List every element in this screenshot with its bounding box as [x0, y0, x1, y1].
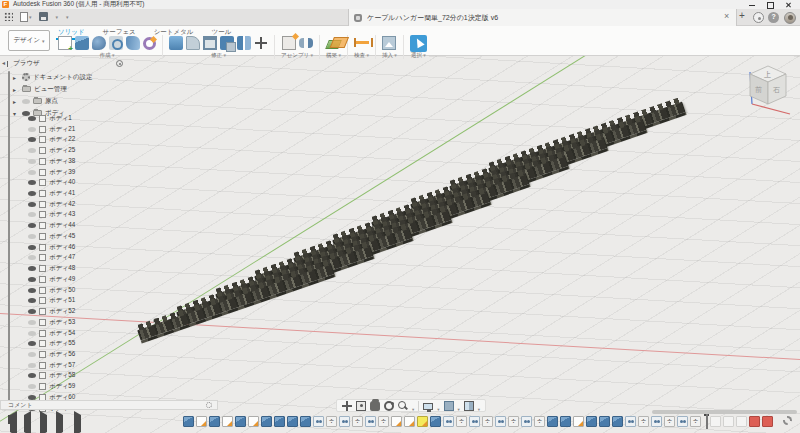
- design-workspace-menu[interactable]: デザイン: [8, 30, 50, 51]
- undo-button[interactable]: [55, 11, 59, 22]
- timeline-feature-icon[interactable]: [339, 416, 350, 427]
- press-pull-button[interactable]: [169, 36, 183, 50]
- construct-group-label[interactable]: 構築: [326, 52, 341, 59]
- coil-button[interactable]: [143, 37, 156, 50]
- new-component-button[interactable]: [282, 36, 296, 50]
- timeline-feature-icon[interactable]: [690, 416, 701, 427]
- shell-button[interactable]: [203, 36, 217, 50]
- visibility-eye-icon[interactable]: [28, 212, 36, 217]
- tree-item-document-settings[interactable]: ドキュメントの設定: [13, 71, 93, 83]
- visibility-eye-icon[interactable]: [28, 309, 36, 314]
- visibility-eye-icon[interactable]: [28, 234, 36, 239]
- browser-body-row[interactable]: ボディ57: [28, 360, 75, 371]
- combine-button[interactable]: [220, 36, 234, 50]
- visibility-eye-icon[interactable]: [28, 170, 36, 175]
- timeline-settings-gear-icon[interactable]: [783, 416, 792, 425]
- browser-body-row[interactable]: ボディ21: [28, 124, 75, 135]
- timeline-feature-icon[interactable]: [209, 416, 220, 427]
- create-sketch-button[interactable]: [58, 36, 72, 50]
- visibility-eye-icon[interactable]: [28, 127, 36, 132]
- browser-body-row[interactable]: ボディ54: [28, 328, 75, 339]
- select-tool-button[interactable]: [410, 35, 427, 52]
- timeline-feature-icon[interactable]: [495, 416, 506, 427]
- browser-body-row[interactable]: ボディ39: [28, 167, 75, 178]
- timeline-feature-icon[interactable]: [547, 416, 558, 427]
- timeline-feature-icon[interactable]: [482, 416, 493, 427]
- browser-body-row[interactable]: ボディ46: [28, 242, 75, 253]
- construction-plane-button[interactable]: [325, 40, 342, 49]
- visibility-eye-icon[interactable]: [28, 384, 36, 389]
- browser-body-row[interactable]: ボディ53: [28, 317, 75, 328]
- assemble-group-label[interactable]: アセンブリ: [281, 52, 313, 59]
- visibility-eye-icon[interactable]: [28, 363, 36, 368]
- step-forward-button[interactable]: [56, 415, 65, 424]
- visibility-eye-icon[interactable]: [28, 266, 36, 271]
- timeline-feature-icon[interactable]: [612, 416, 623, 427]
- fillet-button[interactable]: [186, 36, 200, 50]
- inspect-group-label[interactable]: 検査: [354, 52, 369, 59]
- visibility-eye-icon[interactable]: [28, 288, 36, 293]
- browser-body-row[interactable]: ボディ25: [28, 145, 75, 156]
- visibility-eye-icon[interactable]: [28, 191, 36, 196]
- move-copy-button[interactable]: [254, 36, 268, 50]
- timeline-feature-icon[interactable]: [599, 416, 610, 427]
- visibility-eye-icon[interactable]: [28, 223, 36, 228]
- visibility-eye-icon[interactable]: [28, 245, 36, 250]
- document-tab[interactable]: ケーブルハンガー簡単_72分の1決定版 v6: [348, 9, 737, 26]
- browser-body-row[interactable]: ボディ49: [28, 274, 75, 285]
- file-menu-button[interactable]: [20, 11, 32, 22]
- browser-body-row[interactable]: ボディ40: [28, 177, 75, 188]
- visibility-eye-icon[interactable]: [28, 320, 36, 325]
- view-cube[interactable]: 上 前 右: [738, 60, 796, 122]
- pan-icon[interactable]: [342, 401, 352, 411]
- browser-body-row[interactable]: ボディ51: [28, 295, 75, 306]
- timeline-feature-icon[interactable]: [664, 416, 675, 427]
- timeline-feature-icon[interactable]: [625, 416, 636, 427]
- viewports-icon[interactable]: [464, 401, 474, 411]
- help-icon[interactable]: [768, 12, 779, 23]
- timeline-feature-icon[interactable]: [404, 416, 415, 427]
- timeline-feature-icon[interactable]: [326, 416, 337, 427]
- redo-button[interactable]: [65, 11, 69, 22]
- visibility-eye-icon[interactable]: [28, 202, 36, 207]
- split-body-button[interactable]: [237, 36, 251, 50]
- loft-button[interactable]: [126, 36, 140, 50]
- comments-settings-icon[interactable]: [206, 402, 212, 408]
- visibility-eye-icon[interactable]: [28, 331, 36, 336]
- timeline-feature-icon[interactable]: [417, 416, 428, 427]
- browser-options-icon[interactable]: [116, 60, 123, 67]
- browser-body-row[interactable]: ボディ48: [28, 263, 75, 274]
- timeline-feature-icon[interactable]: [736, 416, 747, 427]
- go-to-end-button[interactable]: [72, 415, 81, 424]
- tree-item-origin[interactable]: 原点: [13, 95, 93, 107]
- tree-item-named-views[interactable]: ビュー管理: [13, 83, 93, 95]
- zoom-icon[interactable]: [398, 401, 408, 411]
- browser-body-row[interactable]: ボディ45: [28, 231, 75, 242]
- timeline-feature-icon[interactable]: [313, 416, 324, 427]
- timeline-feature-icon[interactable]: [586, 416, 597, 427]
- timeline-scrollbar[interactable]: [652, 410, 797, 414]
- timeline-feature-icon[interactable]: [430, 416, 441, 427]
- model-row[interactable]: [137, 264, 334, 341]
- model-viewport[interactable]: ブラウザ ドキュメントの設定 ビュー管理: [0, 56, 800, 433]
- zoom-window-icon[interactable]: [356, 401, 366, 411]
- timeline-feature-icon[interactable]: [352, 416, 363, 427]
- browser-scrollbar[interactable]: [8, 71, 10, 401]
- timeline-feature-icon[interactable]: [222, 416, 233, 427]
- browser-body-row[interactable]: ボディ41: [28, 188, 75, 199]
- user-avatar[interactable]: [784, 12, 796, 24]
- pan-hand-icon[interactable]: [370, 401, 380, 411]
- timeline-feature-icon[interactable]: [248, 416, 259, 427]
- expand-arrow-icon[interactable]: [13, 86, 19, 93]
- insert-group-label[interactable]: 挿入: [382, 52, 397, 59]
- revolve-button[interactable]: [92, 36, 106, 50]
- browser-body-row[interactable]: ボディ52: [28, 306, 75, 317]
- minimize-button[interactable]: [746, 2, 758, 8]
- timeline-feature-icon[interactable]: [651, 416, 662, 427]
- visibility-eye-icon[interactable]: [28, 373, 36, 378]
- collapse-arrow-icon[interactable]: [13, 110, 19, 117]
- timeline-feature-icon[interactable]: [274, 416, 285, 427]
- browser-body-row[interactable]: ボディ38: [28, 156, 75, 167]
- measure-button[interactable]: [354, 36, 369, 50]
- timeline-feature-icon[interactable]: [560, 416, 571, 427]
